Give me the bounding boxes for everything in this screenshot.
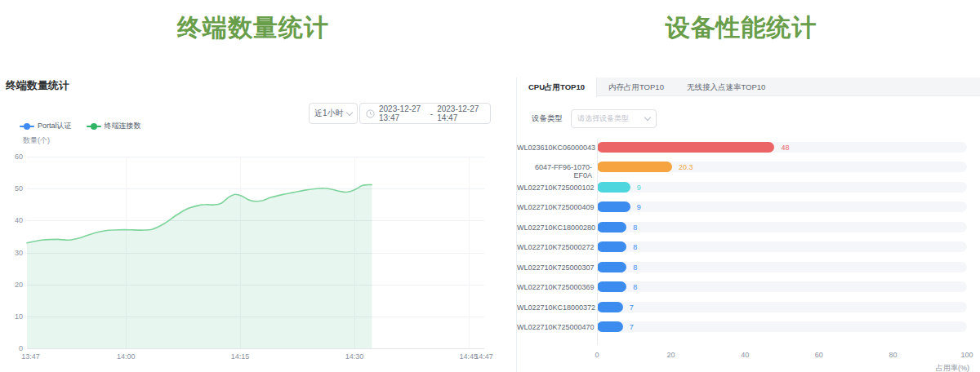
- device-type-label: 设备类型: [532, 113, 563, 124]
- x-axis-line: [27, 348, 484, 349]
- bar-label-5: WL022710K725000272: [517, 243, 592, 251]
- x-tick-13:47: 13:47: [21, 352, 40, 361]
- y-tick-20: 20: [2, 281, 23, 289]
- y-tick-40: 40: [2, 216, 23, 224]
- bar-label-8: WL022710KC18000372: [517, 303, 592, 312]
- chevron-down-icon: [644, 114, 651, 121]
- bar-value-8: 7: [630, 303, 634, 312]
- terminal-count-panel: 终端数量统计 近1小时 2023-12-27 13:47 - 2023-12-2…: [0, 73, 506, 372]
- x-tick-14:47: 14:47: [474, 352, 493, 361]
- bar-y-axis-line: [597, 139, 598, 345]
- bar-track-9: [597, 321, 967, 332]
- bar-x-tick-40: 40: [741, 351, 749, 359]
- y-tick-30: 30: [2, 249, 23, 257]
- bar-label-7: WL022710K725000369: [517, 283, 592, 291]
- bar-track-4: [597, 222, 967, 232]
- bar-5: [597, 241, 626, 252]
- bar-value-3: 9: [637, 203, 641, 211]
- bar-1: [597, 162, 672, 172]
- bar-x-tick-60: 60: [815, 351, 823, 359]
- series-area: [27, 184, 372, 348]
- y-tick-0: 0: [2, 344, 23, 352]
- bar-track-6: [597, 262, 967, 272]
- bar-x-axis-title: 占用率(%): [936, 363, 969, 372]
- tab-bar: CPU占用TOP10内存占用TOP10无线接入点速率TOP10: [517, 78, 980, 96]
- tab-2[interactable]: 无线接入点速率TOP10: [675, 78, 777, 96]
- bar-3: [597, 202, 630, 212]
- bar-track-7: [597, 281, 967, 292]
- bar-label-2: WL022710K725000102: [517, 184, 592, 192]
- bar-value-1: 20.3: [679, 163, 693, 171]
- bar-value-0: 48: [781, 144, 789, 152]
- bar-track-3: [597, 202, 967, 212]
- bar-0: [597, 142, 774, 153]
- bar-label-9: WL022710K725000470: [517, 323, 592, 331]
- bar-value-9: 7: [630, 323, 634, 331]
- bar-value-7: 8: [633, 283, 637, 291]
- bar-9: [597, 321, 623, 332]
- x-tick-14:00: 14:00: [117, 352, 136, 361]
- device-type-select[interactable]: 请选择设备类型: [571, 109, 657, 128]
- dashboard: 终端数量统计 设备性能统计 终端数量统计 近1小时 2023-12-27 13:…: [0, 0, 980, 372]
- bar-track-2: [597, 182, 967, 193]
- bar-x-tick-100: 100: [960, 351, 973, 359]
- bar-x-tick-0: 0: [595, 351, 599, 359]
- terminal-section-title: 终端数量统计: [0, 11, 506, 45]
- bar-2: [597, 182, 630, 193]
- device-type-placeholder: 请选择设备类型: [577, 113, 629, 124]
- bar-x-tick-80: 80: [889, 351, 897, 359]
- x-tick-14:15: 14:15: [231, 352, 250, 361]
- bar-label-6: WL022710K725000307: [517, 264, 592, 272]
- device-type-row: 设备类型 请选择设备类型: [532, 109, 657, 128]
- bar-label-3: WL022710K725000409: [517, 203, 592, 211]
- bar-value-2: 9: [637, 184, 641, 192]
- y-tick-60: 60: [2, 153, 23, 161]
- bar-label-1: 6047-FF96-1070-EF0A: [517, 163, 592, 179]
- bar-x-tick-20: 20: [667, 351, 675, 359]
- bar-8: [597, 302, 623, 312]
- bar-value-6: 8: [633, 264, 637, 272]
- y-tick-50: 50: [2, 184, 23, 193]
- bar-value-4: 8: [633, 224, 637, 232]
- bar-track-8: [597, 302, 967, 312]
- bar-4: [597, 222, 626, 232]
- bar-label-4: WL022710KC18000280: [517, 224, 592, 232]
- bar-value-5: 8: [633, 243, 637, 251]
- y-tick-10: 10: [2, 312, 23, 321]
- x-tick-14:30: 14:30: [345, 352, 364, 361]
- bar-6: [597, 262, 626, 272]
- bar-track-5: [597, 241, 967, 252]
- bar-7: [597, 281, 626, 292]
- bar-label-0: WL023610KC06000043: [517, 144, 592, 152]
- terminal-line-chart: [0, 73, 506, 372]
- tab-1[interactable]: 内存占用TOP10: [597, 78, 675, 96]
- device-performance-panel: CPU占用TOP10内存占用TOP10无线接入点速率TOP10 设备类型 请选择…: [516, 78, 980, 372]
- tab-0-active[interactable]: CPU占用TOP10: [517, 78, 597, 97]
- device-section-title: 设备性能统计: [502, 11, 980, 45]
